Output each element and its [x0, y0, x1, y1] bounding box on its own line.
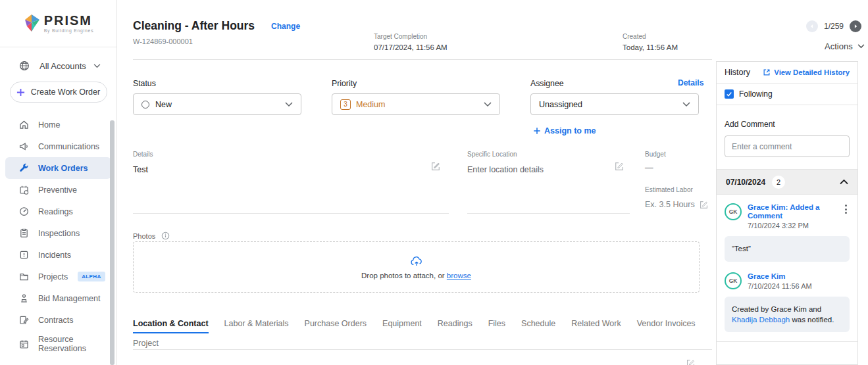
- sidebar-item-resource-reservations[interactable]: Resource Reservations: [0, 331, 116, 357]
- account-selector[interactable]: All Accounts: [0, 60, 116, 72]
- created-value: Today, 11:56 AM: [623, 43, 678, 51]
- status-new-icon: [141, 101, 149, 109]
- details-value[interactable]: Test: [133, 165, 148, 174]
- kebab-menu-icon[interactable]: [842, 203, 850, 230]
- pagination-count: 1/259: [824, 22, 844, 31]
- budget-value: —: [645, 163, 653, 172]
- comment-input[interactable]: [725, 135, 850, 157]
- gauge-icon: [18, 206, 30, 217]
- history-title: History: [725, 68, 750, 77]
- target-completion-value: 07/17/2024, 11:56 AM: [374, 43, 447, 51]
- calendar-icon: [18, 339, 30, 350]
- assign-to-me-link[interactable]: Assign to me: [533, 126, 596, 135]
- estimated-labor-label: Estimated Labor: [645, 186, 693, 193]
- sidebar-item-label: Communications: [38, 142, 99, 151]
- chevron-down-icon: [682, 102, 690, 107]
- tab-readings[interactable]: Readings: [438, 319, 472, 333]
- notified-user-link[interactable]: Khadija Debbagh: [732, 316, 790, 324]
- edit-labor-icon[interactable]: [700, 201, 708, 209]
- actions-label: Actions: [825, 41, 853, 51]
- actions-dropdown[interactable]: Actions: [825, 41, 865, 51]
- brand-name: PRISM: [44, 14, 94, 27]
- history-entry-timestamp: 7/10/2024 3:32 PM: [748, 222, 836, 230]
- sidebar: PRISM By Building Engines All Accounts C…: [0, 0, 117, 365]
- tab-related-work[interactable]: Related Work: [571, 319, 621, 333]
- tab-labor-materials[interactable]: Labor & Materials: [224, 319, 289, 333]
- tab-equipment[interactable]: Equipment: [382, 319, 422, 333]
- tab-schedule[interactable]: Schedule: [521, 319, 555, 333]
- assignee-value: Unassigned: [539, 100, 582, 109]
- drop-photos-text: Drop photos to attach, or: [361, 272, 445, 280]
- upload-cloud-icon: [410, 255, 423, 267]
- brand-logo: PRISM By Building Engines: [0, 0, 116, 47]
- history-entry: GK Grace Kim: Added a Comment 7/10/2024 …: [717, 195, 857, 271]
- sidebar-item-communications[interactable]: Communications: [0, 135, 116, 157]
- previous-work-order-button[interactable]: [806, 20, 818, 32]
- assignee-select[interactable]: Unassigned: [530, 93, 699, 115]
- alert-square-icon: [18, 249, 30, 260]
- wrench-icon: [18, 162, 30, 174]
- edit-section-icon[interactable]: [686, 359, 695, 365]
- priority-value: Medium: [356, 100, 385, 109]
- priority-level-badge: 3: [340, 99, 351, 110]
- assign-to-me-label: Assign to me: [544, 126, 596, 135]
- sidebar-item-label: Work Orders: [38, 164, 88, 173]
- edit-location-icon[interactable]: [615, 162, 624, 171]
- sidebar-item-readings[interactable]: Readings: [0, 201, 116, 222]
- account-selector-label: All Accounts: [39, 61, 86, 71]
- history-entry-title-link[interactable]: Grace Kim: Added a Comment: [748, 203, 836, 220]
- sidebar-item-incidents[interactable]: Incidents: [0, 244, 116, 266]
- prism-logo-icon: [23, 12, 40, 36]
- sidebar-item-label: Contracts: [38, 316, 74, 325]
- tab-files[interactable]: Files: [488, 319, 505, 333]
- tab-purchase-orders[interactable]: Purchase Orders: [305, 319, 367, 333]
- sidebar-item-inspections[interactable]: Inspections: [0, 222, 116, 244]
- create-work-order-button[interactable]: Create Work Order: [10, 82, 107, 103]
- sidebar-item-projects[interactable]: Projects ALPHA: [0, 266, 116, 287]
- history-group-header[interactable]: 07/10/2024 2: [717, 170, 857, 195]
- status-value: New: [155, 100, 172, 109]
- next-history-group-partial: [717, 341, 857, 364]
- sidebar-item-work-orders[interactable]: Work Orders: [5, 157, 111, 179]
- tab-location-contact[interactable]: Location & Contact: [133, 319, 209, 333]
- chevron-down-icon: [484, 102, 492, 107]
- estimated-labor-field[interactable]: Ex. 3.5 Hours: [645, 200, 708, 209]
- priority-select[interactable]: 3 Medium: [332, 93, 500, 115]
- entry-body-text: Created by Grace Kim and: [732, 305, 821, 313]
- history-entry-title-link[interactable]: Grace Kim: [748, 272, 850, 281]
- sidebar-item-preventive[interactable]: Preventive: [0, 179, 116, 201]
- following-checkbox[interactable]: [725, 89, 734, 99]
- brand-tagline: By Building Engines: [44, 28, 94, 33]
- info-icon[interactable]: [161, 231, 170, 240]
- sidebar-item-contracts[interactable]: Contracts: [0, 309, 116, 331]
- tab-vendor-invoices[interactable]: Vendor Invoices: [637, 319, 696, 333]
- history-entry: GK Grace Kim 7/10/2024 11:56 AM Created …: [717, 271, 857, 341]
- next-work-order-button[interactable]: [850, 20, 861, 32]
- sidebar-item-bid-management[interactable]: Bid Management: [0, 287, 116, 309]
- status-select[interactable]: New: [133, 93, 301, 115]
- priority-label: Priority: [332, 79, 357, 88]
- photo-dropzone[interactable]: Drop photos to attach, or browse: [133, 241, 700, 293]
- chevron-down-icon: [93, 64, 101, 68]
- avatar: GK: [725, 272, 742, 289]
- change-link[interactable]: Change: [271, 22, 300, 31]
- browse-link[interactable]: browse: [447, 272, 471, 280]
- folder-icon: [18, 271, 30, 282]
- assignee-details-link[interactable]: Details: [678, 78, 703, 87]
- sidebar-item-label: Resource Reservations: [38, 335, 99, 354]
- target-completion-label: Target Completion: [374, 33, 447, 40]
- specific-location-label: Specific Location: [467, 151, 517, 158]
- view-detailed-history-link[interactable]: View Detailed History: [763, 68, 850, 76]
- plus-icon: [16, 88, 25, 97]
- history-entry-body: “Test”: [725, 236, 850, 261]
- following-label: Following: [739, 89, 773, 99]
- edit-details-icon[interactable]: [431, 162, 440, 171]
- home-icon: [18, 119, 30, 130]
- sidebar-scrollbar[interactable]: [110, 120, 115, 365]
- specific-location-field[interactable]: Enter location details: [467, 165, 544, 174]
- calendar-clock-icon: [18, 184, 30, 195]
- tab-project[interactable]: Project: [133, 339, 159, 352]
- details-label: Details: [133, 151, 153, 158]
- sidebar-item-home[interactable]: Home: [0, 114, 116, 135]
- history-group-date: 07/10/2024: [726, 178, 765, 187]
